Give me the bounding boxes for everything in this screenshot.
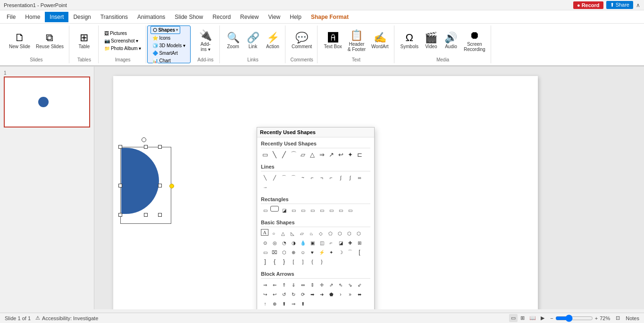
shapes-button[interactable]: ⬡ Shapes ▾	[151, 26, 180, 34]
basic-arc[interactable]: ⌒	[346, 248, 354, 256]
basic-bracket-r[interactable]: ]	[261, 257, 269, 266]
handle-bc[interactable]	[144, 213, 148, 217]
arrow-ur[interactable]: ⇗	[327, 280, 335, 289]
basic-brace2-l[interactable]: {	[308, 257, 317, 266]
handle-tr[interactable]	[158, 145, 162, 149]
rect-snip2[interactable]: ▭	[289, 206, 298, 214]
line-curved[interactable]: ⌒	[280, 173, 288, 182]
rotation-handle[interactable]	[142, 137, 146, 142]
basic-frame[interactable]: ▣	[308, 238, 317, 247]
arrow-striped[interactable]: ➡	[308, 290, 317, 298]
shape-triangle[interactable]: △	[308, 150, 317, 159]
zoom-button[interactable]: 🔍 Zoom	[224, 28, 243, 54]
basic-oval[interactable]: ○	[269, 229, 278, 238]
basic-brace-r[interactable]: }	[280, 257, 288, 266]
arrow-ud[interactable]: ⇕	[308, 280, 317, 289]
pictures-button[interactable]: 🖼 Pictures	[102, 30, 129, 37]
shape-arc[interactable]: ⌒	[289, 150, 298, 159]
basic-chord[interactable]: ◑	[289, 238, 298, 247]
arrow-right[interactable]: ⇒	[261, 280, 269, 289]
basic-lightning[interactable]: ⚡	[318, 248, 326, 256]
textbox-button[interactable]: 🅰 Text Box	[321, 28, 344, 54]
reading-view-button[interactable]: 📖	[527, 314, 538, 322]
basic-rtriangle[interactable]: ◺	[288, 229, 297, 238]
menu-view[interactable]: View	[263, 12, 285, 22]
share-button[interactable]: ⬆ Share	[606, 1, 633, 9]
arrow-left[interactable]: ⇐	[270, 280, 279, 289]
menu-design[interactable]: Design	[68, 12, 95, 22]
rect-round3[interactable]: ▭	[336, 206, 345, 214]
rect-snip3[interactable]: ▭	[299, 206, 307, 214]
handle-mr[interactable]	[158, 184, 162, 187]
basic-cross[interactable]: ✚	[346, 238, 354, 247]
shape-parallelogram[interactable]: ▱	[299, 150, 307, 159]
line-arrow[interactable]: →	[261, 183, 269, 191]
basic-bracket2-l[interactable]: [	[289, 257, 298, 266]
arrow-bent-r[interactable]: ↪	[261, 290, 269, 298]
arrow-uturn-r[interactable]: ↻	[289, 290, 298, 298]
arrow-ul[interactable]: ⇖	[336, 280, 345, 289]
arrow-right2[interactable]: ⬌	[355, 290, 364, 298]
symbols-button[interactable]: Ω Symbols	[398, 28, 421, 54]
basic-pentagon[interactable]: ⬠	[326, 229, 335, 238]
menu-review[interactable]: Review	[235, 12, 263, 22]
zoom-slider[interactable]	[555, 314, 593, 322]
notes-button[interactable]: Notes	[626, 315, 639, 321]
basic-diagonalstripe[interactable]: ◪	[336, 238, 345, 247]
rect-basic[interactable]: ▭	[261, 206, 269, 214]
menu-record[interactable]: Record	[208, 12, 235, 22]
menu-home[interactable]: Home	[20, 12, 45, 22]
audio-button[interactable]: 🔊 Audio	[442, 28, 460, 54]
basic-pie[interactable]: ◔	[280, 238, 288, 247]
menu-slideshow[interactable]: Slide Show	[170, 12, 208, 22]
menu-transitions[interactable]: Transitions	[96, 12, 133, 22]
addins-button[interactable]: 🔌 Add-ins ▾	[196, 28, 215, 54]
smartart-button[interactable]: 🔷 SmartArt	[151, 50, 179, 57]
handle-tc[interactable]	[144, 145, 148, 149]
line-elbow2[interactable]: ¬	[318, 173, 326, 182]
arrow-pentagon[interactable]: ⬟	[327, 290, 335, 298]
wordart-button[interactable]: ✍ WordArt	[369, 28, 391, 54]
basic-plaque[interactable]: ▭	[261, 248, 269, 256]
fit-slide-button[interactable]: ⊡	[614, 314, 622, 322]
arrow-lr[interactable]: ⇔	[299, 280, 307, 289]
shape-line2[interactable]: ╱	[280, 150, 288, 159]
arrow-up2[interactable]: ↑	[261, 299, 269, 308]
arrow-up[interactable]: ⇑	[280, 280, 288, 289]
rect-round2[interactable]: ▭	[327, 206, 335, 214]
table-button[interactable]: ⊞ Table	[75, 28, 93, 54]
arrow-bent-l[interactable]: ↩	[270, 290, 279, 298]
line-curved2[interactable]: ∫	[336, 173, 345, 182]
shape-star4[interactable]: ✦	[346, 150, 354, 159]
basic-triangle[interactable]: △	[279, 229, 287, 238]
basic-smileyface[interactable]: ☺	[299, 248, 307, 256]
handle-bl[interactable]	[118, 213, 122, 217]
arrow-notched[interactable]: ➜	[318, 290, 326, 298]
arrow-quad2[interactable]: ⊕	[270, 299, 279, 308]
basic-textbox[interactable]: A	[261, 229, 268, 236]
handle-br[interactable]	[158, 213, 162, 217]
basic-brace[interactable]: ⊕	[289, 248, 298, 256]
action-button[interactable]: ⚡ Action	[263, 28, 282, 54]
arrow-callout-r[interactable]: ⇒	[289, 299, 298, 308]
header-footer-button[interactable]: 📋 Header& Footer	[345, 28, 368, 54]
line-elbow3[interactable]: ⌐	[327, 173, 335, 182]
rect-snip1[interactable]: ◪	[280, 206, 288, 214]
3d-models-button[interactable]: 🧊 3D Models ▾	[151, 42, 187, 49]
menu-help[interactable]: Help	[285, 12, 306, 22]
basic-heart[interactable]: ♥	[308, 248, 317, 256]
basic-can[interactable]: ⌧	[270, 248, 279, 256]
menu-insert[interactable]: Insert	[45, 12, 68, 22]
basic-plus[interactable]: ⊞	[355, 238, 364, 247]
handle-ml[interactable]	[118, 184, 122, 187]
record-button[interactable]: ● Record	[573, 1, 603, 9]
chart-button[interactable]: 📊 Chart	[151, 57, 172, 64]
arrow-chevron[interactable]: ›	[336, 290, 345, 298]
arrow-uturn-l[interactable]: ↺	[280, 290, 288, 298]
line-straight[interactable]: ╲	[261, 173, 269, 182]
basic-hexagon[interactable]: ⬡	[335, 229, 344, 238]
handle-tl[interactable]	[118, 145, 122, 149]
basic-brace2-r[interactable]: }	[318, 257, 326, 266]
basic-decagon[interactable]: ⊙	[261, 238, 269, 247]
arrow-up3[interactable]: ⬆	[280, 299, 288, 308]
